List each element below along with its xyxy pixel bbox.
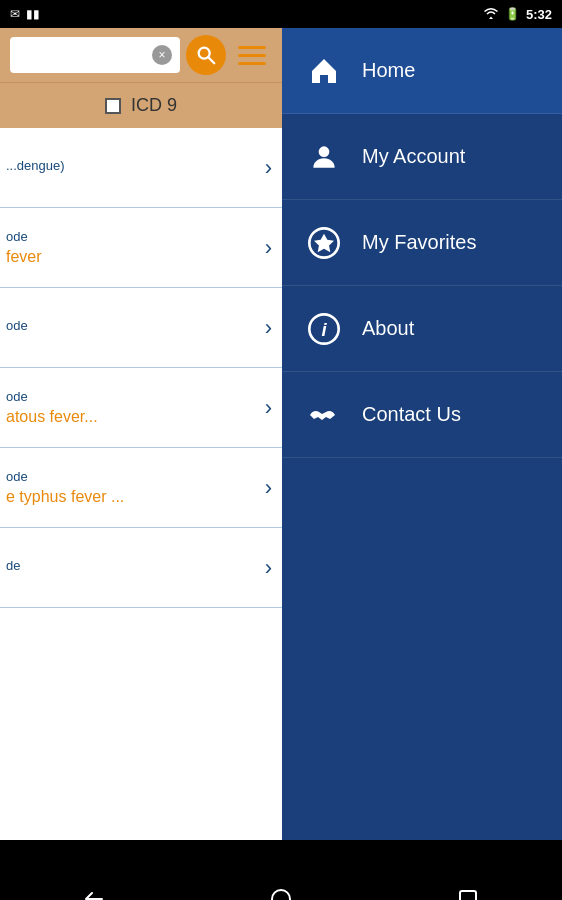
list-item[interactable]: ode e typhus fever ... › <box>0 448 282 528</box>
back-button[interactable] <box>64 879 124 900</box>
recents-button[interactable] <box>438 879 498 900</box>
nav-label-contact-us: Contact Us <box>362 403 461 426</box>
list-item[interactable]: ...dengue) › <box>0 128 282 208</box>
svg-point-7 <box>272 890 290 900</box>
icd-checkbox[interactable] <box>105 98 121 114</box>
item-code: ode <box>6 389 265 404</box>
item-code: ode <box>6 469 265 484</box>
item-arrow: › <box>265 155 272 181</box>
status-bar: ✉ ▮▮ 🔋 5:32 <box>0 0 562 28</box>
nav-label-about: About <box>362 317 414 340</box>
search-clear-button[interactable]: × <box>152 45 172 65</box>
item-arrow: › <box>265 315 272 341</box>
item-arrow: › <box>265 555 272 581</box>
item-arrow: › <box>265 475 272 501</box>
nav-item-home[interactable]: Home <box>282 28 562 114</box>
list-item-text: ...dengue) <box>6 158 265 177</box>
email-icon: ✉ <box>10 7 20 21</box>
list-item[interactable]: ode › <box>0 288 282 368</box>
menu-line-2 <box>238 54 266 57</box>
list-item-text: ode <box>6 318 265 337</box>
list-item[interactable]: ode fever › <box>0 208 282 288</box>
search-input-wrapper: × <box>10 37 180 73</box>
search-bar: × <box>0 28 282 82</box>
menu-button[interactable] <box>232 35 272 75</box>
item-arrow: › <box>265 235 272 261</box>
status-bar-left: ✉ ▮▮ <box>10 7 477 21</box>
item-code: ode <box>6 229 265 244</box>
menu-line-1 <box>238 46 266 49</box>
svg-point-2 <box>319 146 330 157</box>
main-area: × ICD 9 ...dengue) <box>0 28 562 870</box>
wifi-icon <box>483 7 499 22</box>
search-button[interactable] <box>186 35 226 75</box>
item-name: atous fever... <box>6 408 265 426</box>
signal-icon: ▮▮ <box>26 7 40 21</box>
list-content: ...dengue) › ode fever › ode › ode <box>0 128 282 840</box>
list-item-text: ode atous fever... <box>6 389 265 426</box>
item-code: de <box>6 558 265 573</box>
list-item-text: ode fever <box>6 229 265 266</box>
item-arrow: › <box>265 395 272 421</box>
status-time: 5:32 <box>526 7 552 22</box>
nav-label-home: Home <box>362 59 415 82</box>
list-item-text: de <box>6 558 265 577</box>
item-code: ode <box>6 318 265 333</box>
handshake-icon <box>306 397 342 433</box>
user-icon <box>306 139 342 175</box>
icd-label: ICD 9 <box>131 95 177 116</box>
item-name: e typhus fever ... <box>6 488 265 506</box>
battery-icon: 🔋 <box>505 7 520 21</box>
menu-line-3 <box>238 62 266 65</box>
home-button[interactable] <box>251 879 311 900</box>
list-item-text: ode e typhus fever ... <box>6 469 265 506</box>
navigation-drawer: Home My Account My Favorites <box>282 28 562 840</box>
svg-text:i: i <box>321 318 327 339</box>
left-panel: × ICD 9 ...dengue) <box>0 28 282 840</box>
list-item[interactable]: de › <box>0 528 282 608</box>
star-icon <box>306 225 342 261</box>
list-item[interactable]: ode atous fever... › <box>0 368 282 448</box>
nav-label-my-account: My Account <box>362 145 465 168</box>
icd-row: ICD 9 <box>0 82 282 128</box>
svg-marker-4 <box>314 233 334 252</box>
item-code: ...dengue) <box>6 158 265 173</box>
item-name: fever <box>6 248 265 266</box>
nav-item-about[interactable]: i About <box>282 286 562 372</box>
home-icon <box>306 53 342 89</box>
nav-item-contact-us[interactable]: Contact Us <box>282 372 562 458</box>
nav-item-my-account[interactable]: My Account <box>282 114 562 200</box>
nav-item-my-favorites[interactable]: My Favorites <box>282 200 562 286</box>
info-icon: i <box>306 311 342 347</box>
svg-rect-8 <box>460 891 476 900</box>
svg-line-1 <box>208 57 214 63</box>
bottom-navigation-bar <box>0 870 562 900</box>
search-icon <box>195 44 217 66</box>
nav-label-my-favorites: My Favorites <box>362 231 476 254</box>
